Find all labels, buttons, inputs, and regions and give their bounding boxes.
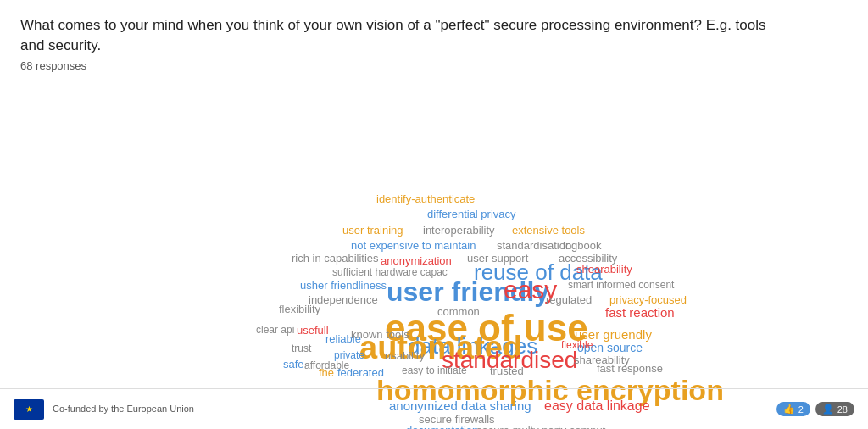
- word-cloud-word: identify-authenticate: [376, 193, 475, 204]
- word-cloud-word: usability: [385, 350, 425, 361]
- word-cloud-word: usefull: [297, 325, 329, 336]
- word-cloud-word: fast response: [597, 363, 663, 374]
- users-count: 28: [837, 404, 848, 415]
- word-cloud-word: regulated: [546, 294, 592, 305]
- word-cloud-word: clear api: [256, 325, 294, 335]
- question-title: What comes to your mind when you think o…: [20, 15, 783, 56]
- main-container: What comes to your mind when you think o…: [0, 0, 868, 393]
- word-cloud-word: interoperability: [423, 225, 495, 236]
- word-cloud-word: standardisation: [497, 240, 571, 251]
- word-cloud-word: trust: [292, 343, 311, 354]
- users-icon: 👤: [822, 404, 834, 415]
- word-cloud-word: fast reaction: [605, 306, 675, 319]
- word-cloud-word: not expensive to maintain: [351, 240, 476, 251]
- word-cloud-word: rich in capabilities: [292, 253, 379, 264]
- word-cloud-word: usher friendliness: [300, 280, 387, 291]
- word-cloud-word: privacy-focused: [609, 294, 687, 305]
- footer: ★ Co-funded by the European Union 👍 2 👤 …: [0, 388, 868, 429]
- word-cloud-word: flexibility: [279, 304, 320, 315]
- eu-label: Co-funded by the European Union: [53, 403, 194, 415]
- word-cloud-word: sufficient hardware capac: [332, 267, 448, 277]
- users-badge[interactable]: 👤 28: [815, 402, 854, 416]
- word-cloud-word: logbook: [563, 240, 602, 251]
- like-badge[interactable]: 👍 2: [776, 402, 810, 416]
- like-count: 2: [798, 404, 804, 415]
- word-cloud-word: safe: [283, 359, 304, 370]
- eu-logo: ★ Co-funded by the European Union: [14, 399, 194, 420]
- response-count: 68 responses: [20, 59, 848, 72]
- word-cloud-word: anonymization: [381, 255, 452, 266]
- word-cloud-word: user training: [342, 225, 403, 236]
- word-cloud-word: shearability: [576, 264, 632, 275]
- word-cloud-word: differential privacy: [427, 209, 516, 220]
- word-cloud-word: fhe: [319, 367, 334, 378]
- word-cloud-area: identify-authenticatedifferential privac…: [20, 79, 848, 384]
- word-cloud-word: smart informed consent: [568, 280, 674, 290]
- reaction-badges: 👍 2 👤 28: [776, 402, 854, 416]
- word-cloud-word: private: [334, 350, 364, 360]
- like-icon: 👍: [783, 404, 795, 415]
- eu-flag-icon: ★: [14, 399, 44, 420]
- word-cloud-word: extensive tools: [512, 225, 585, 236]
